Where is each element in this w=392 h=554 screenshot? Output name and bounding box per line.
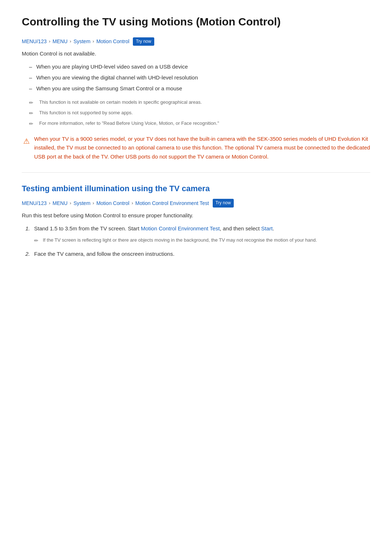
breadcrumb-system: System xyxy=(73,37,90,45)
breadcrumb2-menu123: MENU/123 xyxy=(22,199,46,207)
step-2-text: Face the TV camera, and follow the onscr… xyxy=(34,251,175,257)
breadcrumb2-motion-control: Motion Control xyxy=(96,199,129,207)
section2-intro: Run this test before using Motion Contro… xyxy=(22,211,370,220)
breadcrumb-motion-control: Motion Control xyxy=(96,37,129,45)
bullet-item-1: When you are playing UHD-level video sav… xyxy=(29,62,370,71)
motion-control-env-test-link[interactable]: Motion Control Environment Test xyxy=(141,225,220,231)
warning-box: ⚠ When your TV is a 9000 series model, o… xyxy=(22,135,370,161)
ordered-list: 1. Stand 1.5 to 3.5m from the TV screen.… xyxy=(25,224,370,259)
step-1-text-after: , and then select xyxy=(220,225,261,231)
section-intro-text: Motion Control is not available. xyxy=(22,49,370,58)
pencil-icon-3: ✏ xyxy=(29,120,33,128)
breadcrumb-1: MENU/123 › MENU › System › Motion Contro… xyxy=(22,37,370,46)
step-1-text-before: Stand 1.5 to 3.5m from the TV screen. St… xyxy=(34,225,141,231)
breadcrumb-sep-3: › xyxy=(93,38,94,45)
page-title: Controlling the TV using Motions (Motion… xyxy=(22,15,370,29)
step-1: 1. Stand 1.5 to 3.5m from the TV screen.… xyxy=(25,224,370,244)
warning-triangle-icon: ⚠ xyxy=(23,135,30,147)
pencil-icon-2: ✏ xyxy=(29,109,33,117)
bullet-list: When you are playing UHD-level video sav… xyxy=(29,62,370,93)
step-1-text-end: . xyxy=(273,225,274,231)
notes-list: ✏ This function is not available on cert… xyxy=(29,99,370,127)
bullet-item-3: When you are using the Samsung Smart Con… xyxy=(29,84,370,93)
pencil-icon-1: ✏ xyxy=(29,99,33,107)
breadcrumb2-sep-4: › xyxy=(131,200,133,207)
step-1-note-1: ✏ If the TV screen is reflecting light o… xyxy=(34,237,370,244)
breadcrumb2-env-test: Motion Control Environment Test xyxy=(135,199,209,207)
sub-section-title: Testing ambient illumination using the T… xyxy=(22,184,370,194)
warning-text: When your TV is a 9000 series model, or … xyxy=(34,135,370,161)
breadcrumb2-system: System xyxy=(73,199,90,207)
breadcrumb2-sep-2: › xyxy=(70,200,71,207)
breadcrumb2-sep-3: › xyxy=(93,200,94,207)
try-now-badge-2[interactable]: Try now xyxy=(213,199,234,207)
step-2-num: 2. xyxy=(25,250,30,258)
note-item-3: ✏ For more information, refer to "Read B… xyxy=(29,120,370,127)
section-divider xyxy=(22,172,370,173)
breadcrumb-2: MENU/123 › MENU › System › Motion Contro… xyxy=(22,199,370,207)
pencil-icon-4: ✏ xyxy=(34,237,38,245)
breadcrumb-menu123: MENU/123 xyxy=(22,37,46,45)
try-now-badge-1[interactable]: Try now xyxy=(133,37,154,46)
breadcrumb-sep-1: › xyxy=(49,38,50,45)
breadcrumb-menu: MENU xyxy=(53,37,68,45)
start-link[interactable]: Start xyxy=(261,225,273,231)
step-1-notes: ✏ If the TV screen is reflecting light o… xyxy=(34,237,370,244)
bullet-item-2: When you are viewing the digital channel… xyxy=(29,73,370,82)
note-item-1: ✏ This function is not available on cert… xyxy=(29,99,370,106)
breadcrumb-sep-2: › xyxy=(70,38,71,45)
note-item-2: ✏ This function is not supported by some… xyxy=(29,109,370,117)
step-1-num: 1. xyxy=(25,224,30,233)
step-2: 2. Face the TV camera, and follow the on… xyxy=(25,250,370,258)
breadcrumb2-menu: MENU xyxy=(53,199,68,207)
breadcrumb2-sep-1: › xyxy=(49,200,50,207)
